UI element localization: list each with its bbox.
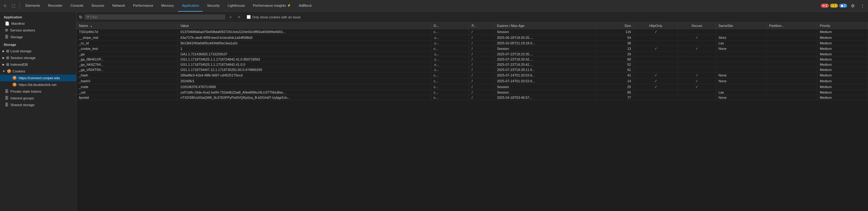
cell-secure [678, 52, 716, 57]
indexeddb-icon: ⊞ [6, 62, 9, 67]
session-storage-icon: ⊞ [6, 56, 9, 60]
col-header-path[interactable]: P... [469, 23, 494, 29]
refresh-button[interactable]: ↻ [79, 15, 83, 20]
cell-size: 25 [596, 84, 633, 90]
cell-value: 63a727fc-dedf-4959-bec0-b1dca5dc1a54f098… [178, 35, 431, 41]
table-row[interactable]: _hash 286a8fe3-41b4-48fb-9d97-cd4525175e… [76, 72, 868, 78]
cookies-table-container: Name ▲ Value D... P... Exp [76, 23, 868, 211]
sidebar-item-storage[interactable]: 🗄 Storage [0, 34, 76, 40]
cell-value: cef7cbfb-19de-4ca2-be94-732defb22adf_ANw… [178, 90, 431, 95]
cell-value: 286a8fe3-41b4-48fb-9d97-cd4525175ecd [178, 72, 431, 78]
cell-size: 77 [596, 95, 633, 100]
table-row[interactable]: _ga_V604T5N... GS1.1.1718734447.12.1.171… [76, 67, 868, 72]
cell-partition [767, 78, 817, 84]
cell-domain: c... [431, 90, 469, 95]
cell-samesite: None [716, 72, 766, 78]
tab-application[interactable]: Application [178, 0, 203, 12]
devtools-icons: ⊹ ⬚ [1, 2, 20, 9]
table-row[interactable]: _ga_NK6Z764... GS1.1.1718734525.1.1.1718… [76, 62, 868, 67]
table-row[interactable]: _cookie_test 1 c... / Session 13 ✓ ✓ Non… [76, 46, 868, 52]
table-row[interactable]: _ga_0BH61XP... GS1.1.1718734525.1.1.1718… [76, 57, 868, 62]
col-header-size[interactable]: Size [596, 23, 633, 29]
cell-secure [678, 41, 716, 46]
cursor-icon[interactable]: ⊹ [1, 2, 8, 9]
tab-elements[interactable]: Elements [22, 0, 44, 12]
col-header-httponly[interactable]: HttpOnly [633, 23, 678, 29]
expand-arrow-indexeddb: ▶ [2, 63, 5, 66]
cookies-icon: 🍪 [7, 69, 11, 73]
tab-console[interactable]: Console [67, 0, 87, 12]
sidebar-item-shared-storage[interactable]: 🗄 Shared storage [0, 102, 76, 108]
sidebar-item-session-storage[interactable]: ▶ ⊞ Session storage [0, 55, 76, 61]
sidebar-item-manifest[interactable]: 📄 Manifest [0, 20, 76, 27]
cell-path: / [469, 84, 494, 90]
sidebar-item-cookies-connect[interactable]: 🍪 https://connect.cooper.edu [0, 75, 76, 81]
cookies-table: Name ▲ Value D... P... Exp [76, 23, 868, 100]
cell-samesite: Lax [716, 41, 766, 46]
cell-httponly: ✓ [633, 78, 678, 84]
sidebar-item-service-workers[interactable]: ⚙ Service workers [0, 27, 76, 34]
table-row[interactable]: TS01e84c7d 01370406fa6ad75b408daf0507261… [76, 29, 868, 35]
col-header-secure[interactable]: Secure [678, 23, 716, 29]
cell-size: 85 [596, 90, 633, 95]
tab-network[interactable]: Network [108, 0, 129, 12]
col-header-domain[interactable]: D... [431, 23, 469, 29]
table-row[interactable]: __stripe_mid 63a727fc-dedf-4959-bec0-b1d… [76, 35, 868, 41]
cell-httponly [633, 35, 678, 41]
settings-icon[interactable]: ⚙ [848, 2, 857, 10]
tab-performance-insights[interactable]: Performance insights ⚡ [249, 0, 294, 12]
clear-filter-icon[interactable]: ✕ [236, 14, 242, 21]
sidebar-item-local-storage[interactable]: ▶ ⊞ Local storage [0, 48, 76, 55]
device-icon[interactable]: ⬚ [10, 2, 17, 9]
error-badge: ✕ 1 [821, 4, 829, 8]
tab-lighthouse[interactable]: Lighthouse [224, 0, 249, 12]
tab-security[interactable]: Security [203, 0, 223, 12]
cell-partition [767, 95, 817, 100]
filter-settings-icon[interactable]: ≡ [227, 14, 234, 21]
cell-expires: Session [494, 84, 596, 90]
table-row[interactable]: fpestid nTXD3IBUs0SaQW6_6L67E0FPyPst0VQt… [76, 95, 868, 100]
cell-partition [767, 46, 817, 52]
cell-expires: Session [494, 46, 596, 52]
table-row[interactable]: _uid cef7cbfb-19de-4ca2-be94-732defb22ad… [76, 90, 868, 95]
error-icon: ✕ [823, 4, 825, 7]
sidebar-item-private-state[interactable]: 🗄 Private state tokens [0, 88, 76, 95]
sidebar-item-interest-groups[interactable]: 🗄 Interest groups [0, 95, 76, 102]
tab-memory[interactable]: Memory [158, 0, 178, 12]
storage-icon: 🗄 [5, 35, 8, 39]
col-header-samesite[interactable]: SameSite [716, 23, 766, 29]
manifest-icon: 📄 [5, 22, 9, 26]
sidebar-item-indexeddb[interactable]: ▶ ⊞ IndexedDB [0, 61, 76, 68]
cell-value: 01370406fa6ad75b408daf05072614cb2224e50c… [178, 29, 431, 35]
cell-value: GS1.1.1718734447.12.1.1718735291.60.0.47… [178, 67, 431, 72]
cell-size: 54 [596, 35, 633, 41]
service-workers-icon: ⚙ [5, 28, 8, 32]
cell-value: GS1.1.1718734525.1.1.1718734842.41.0.950… [178, 57, 431, 62]
sidebar-item-cookies[interactable]: ▼ 🍪 Cookies [0, 68, 76, 75]
table-row[interactable]: _cc_id 5b13b61f40a0d05cd434df3ec3ea1a2c … [76, 41, 868, 46]
cell-path: / [469, 57, 494, 62]
filter-input[interactable] [90, 15, 223, 19]
cell-samesite: None [716, 95, 766, 100]
interest-groups-icon: 🗄 [5, 96, 8, 100]
col-header-priority[interactable]: Priority [817, 23, 868, 29]
sidebar-item-cookies-doubleclick[interactable]: 🍪 https://td.doubleclick.net [0, 81, 76, 88]
table-row[interactable]: _hashV 202406/1 c... / 2025-07-14T01:20:… [76, 78, 868, 84]
col-header-partition[interactable]: Partition... [767, 23, 817, 29]
cell-partition [767, 35, 817, 41]
table-row[interactable]: _node 218106378.47873.0000 c... / Sessio… [76, 84, 868, 90]
issues-filter-checkbox[interactable] [247, 15, 251, 19]
more-options-icon[interactable]: ⋮ [858, 2, 867, 10]
tab-sources[interactable]: Sources [88, 0, 108, 12]
tab-adblock[interactable]: AdBlock [295, 0, 315, 12]
cell-size: 60 [596, 57, 633, 62]
sidebar-section-storage: Storage [0, 40, 76, 48]
expand-arrow-session-storage: ▶ [2, 56, 5, 59]
col-header-value[interactable]: Value [178, 23, 431, 29]
col-header-expires[interactable]: Expires / Max-Age [494, 23, 596, 29]
table-row[interactable]: _ga GA1.1.721436925.1716259107 .c... / 2… [76, 52, 868, 57]
tab-performance[interactable]: Performance [129, 0, 157, 12]
col-header-name[interactable]: Name ▲ [76, 23, 178, 29]
checkmark-icon: ✓ [654, 30, 657, 34]
tab-recorder[interactable]: Recorder [44, 0, 66, 12]
